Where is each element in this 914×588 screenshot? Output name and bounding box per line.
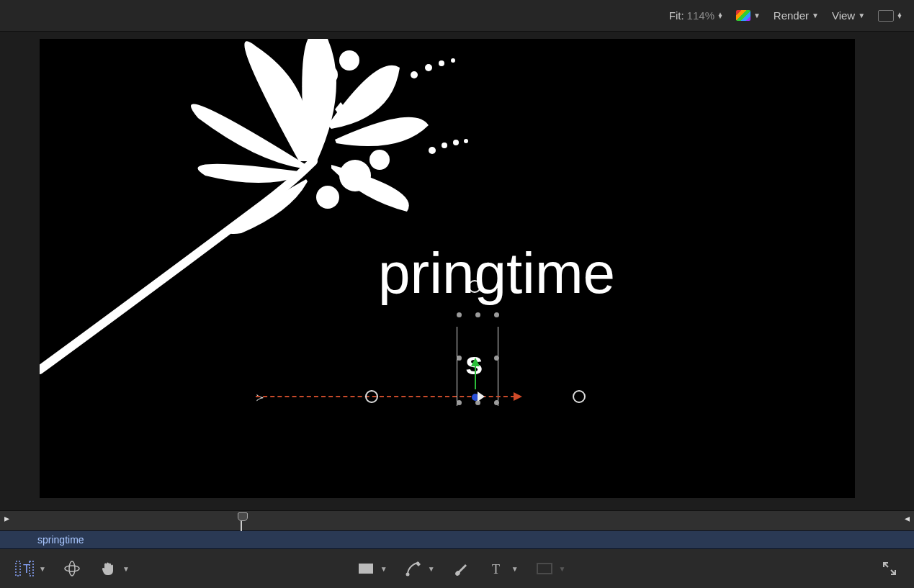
- mini-timeline[interactable]: ▸ ◂: [0, 510, 914, 530]
- zoom-fit-control[interactable]: Fit: 114% ▲▼: [669, 9, 723, 22]
- transform-glyph-icon: T: [14, 558, 35, 579]
- 3d-transform-icon: [62, 558, 82, 579]
- updown-icon: ▲▼: [717, 13, 723, 19]
- keyframe-marker[interactable]: [365, 390, 378, 403]
- svg-point-7: [439, 60, 444, 66]
- svg-point-0: [318, 65, 338, 85]
- updown-icon: ▲▼: [897, 13, 902, 19]
- object-label: springtime: [37, 534, 84, 546]
- render-menu[interactable]: Render ▼: [774, 9, 819, 22]
- fit-label: Fit:: [669, 9, 684, 22]
- color-channel-control[interactable]: ▼: [736, 10, 761, 21]
- brush-icon: [451, 558, 471, 579]
- svg-rect-14: [16, 561, 20, 576]
- chevron-down-icon: ▼: [428, 565, 435, 573]
- chevron-down-icon: ▼: [812, 12, 819, 19]
- svg-point-17: [65, 566, 79, 571]
- svg-text:T: T: [492, 562, 500, 576]
- motion-path[interactable]: ≻: [256, 389, 594, 404]
- canvas-toolbar: T ▼ ▼ ▼ ▼ T ▼: [0, 549, 914, 588]
- y-axis-arrow-icon: [474, 359, 477, 389]
- x-axis-arrow-icon: [514, 392, 522, 401]
- fit-value: 114%: [687, 9, 714, 22]
- layout-box-icon: [878, 10, 894, 22]
- canvas[interactable]: pringtime s ≻: [40, 39, 855, 498]
- anchor-direction-icon: [478, 392, 485, 402]
- svg-point-12: [464, 139, 468, 143]
- text-layer[interactable]: pringtime: [378, 240, 615, 307]
- chevron-down-icon: ▼: [559, 565, 566, 573]
- chevron-down-icon: ▼: [858, 12, 865, 19]
- svg-rect-22: [537, 564, 552, 574]
- chevron-down-icon: ▼: [39, 565, 46, 573]
- pen-tool[interactable]: ▼: [403, 558, 435, 579]
- view-label: View: [832, 9, 855, 22]
- svg-point-1: [339, 50, 359, 71]
- text-tool[interactable]: T ▼: [487, 558, 519, 579]
- chevron-down-icon: ▼: [380, 565, 387, 573]
- svg-point-9: [429, 147, 436, 154]
- handle-mid-right[interactable]: [494, 356, 499, 361]
- viewer-top-toolbar: Fit: 114% ▲▼ ▼ Render ▼ View ▼ ▲▼: [0, 0, 914, 32]
- paint-stroke-tool[interactable]: [451, 558, 471, 579]
- text-icon: T: [487, 558, 507, 579]
- in-point-icon[interactable]: ▸: [4, 512, 9, 524]
- pan-tool[interactable]: ▼: [98, 558, 130, 579]
- chevron-down-icon: ▼: [511, 565, 519, 573]
- mask-rectangle-icon: [356, 558, 376, 579]
- svg-point-18: [69, 561, 75, 576]
- mask-tool[interactable]: ▼: [356, 558, 387, 579]
- handle-mid-left[interactable]: [457, 356, 462, 361]
- expand-icon: [879, 558, 900, 579]
- pen-icon: [403, 558, 424, 579]
- svg-point-20: [406, 573, 409, 576]
- transform-glyph-tool[interactable]: T ▼: [14, 558, 46, 579]
- chevron-down-icon: ▼: [122, 565, 130, 573]
- render-label: Render: [774, 9, 809, 22]
- hand-icon: [98, 558, 118, 579]
- svg-point-10: [442, 143, 447, 148]
- handle-top-right[interactable]: [494, 312, 499, 317]
- svg-point-8: [451, 58, 455, 63]
- handle-top-left[interactable]: [457, 312, 462, 317]
- svg-point-4: [316, 186, 339, 209]
- keyframe-marker[interactable]: [573, 390, 586, 403]
- 3d-transform-tool[interactable]: [62, 558, 82, 579]
- selected-object-bar[interactable]: springtime: [0, 530, 914, 549]
- rectangle-shape-icon: [534, 558, 555, 579]
- svg-point-3: [369, 150, 390, 170]
- color-swatch-icon: [736, 10, 751, 21]
- shape-tool: ▼: [534, 558, 566, 579]
- canvas-area: pringtime s ≻: [0, 32, 914, 510]
- svg-rect-19: [359, 564, 373, 574]
- path-start-icon: ≻: [256, 392, 264, 403]
- view-layout-control[interactable]: ▲▼: [878, 10, 902, 22]
- chevron-down-icon: ▼: [753, 12, 761, 19]
- svg-point-6: [425, 64, 432, 71]
- expand-player-button[interactable]: [879, 558, 900, 579]
- svg-point-5: [411, 71, 418, 78]
- playhead[interactable]: [238, 511, 246, 531]
- out-point-icon[interactable]: ◂: [905, 512, 910, 524]
- svg-point-2: [339, 160, 371, 191]
- handle-top-center[interactable]: [475, 312, 480, 317]
- svg-point-11: [453, 140, 459, 145]
- view-menu[interactable]: View ▼: [832, 9, 865, 22]
